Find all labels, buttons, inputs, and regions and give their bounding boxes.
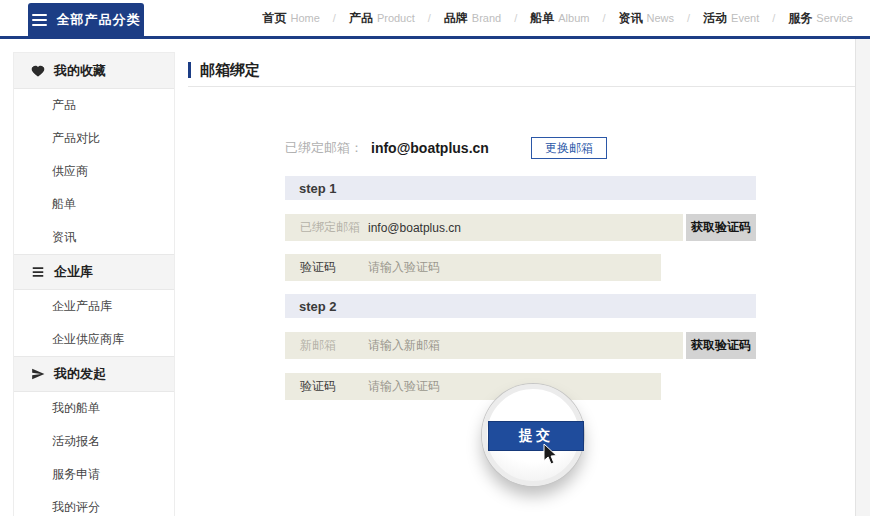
title-accent-bar: [188, 62, 191, 78]
step1-email-row: 已绑定邮箱 info@boatplus.cn 获取验证码: [285, 214, 756, 241]
nav-separator: /: [602, 12, 605, 24]
bound-email-value: info@boatplus.cn: [371, 140, 489, 156]
step2-email-label: 新邮箱: [300, 337, 368, 354]
list-icon: [31, 265, 45, 279]
sidebar-item-my-albums[interactable]: 我的船单: [14, 392, 174, 425]
sidebar: 我的收藏 产品 产品对比 供应商 船单 资讯 企业库 企业产品库 企业供应商库 …: [13, 52, 175, 516]
sidebar-section-favorites[interactable]: 我的收藏: [14, 53, 174, 89]
sidebar-item-news[interactable]: 资讯: [14, 221, 174, 254]
step2-code-row: 验证码 请输入验证码: [285, 373, 661, 400]
bound-email-row: 已绑定邮箱： info@boatplus.cn 更换邮箱: [285, 137, 756, 159]
step1-code-row: 验证码 请输入验证码: [285, 254, 661, 281]
nav-album-zh: 船单: [530, 10, 554, 27]
nav-brand-en: Brand: [472, 12, 501, 24]
sidebar-section-enterprise[interactable]: 企业库: [14, 254, 174, 290]
step1-header: step 1: [285, 176, 756, 200]
nav-event[interactable]: 活动 Event: [701, 10, 761, 27]
sidebar-item-suppliers[interactable]: 供应商: [14, 155, 174, 188]
nav-album[interactable]: 船单 Album: [528, 10, 591, 27]
all-categories-button[interactable]: 全部产品分类: [28, 3, 144, 36]
nav-separator: /: [514, 12, 517, 24]
step1-email-value: info@boatplus.cn: [368, 221, 461, 235]
submit-area: 提交: [285, 400, 756, 516]
step2-code-label: 验证码: [300, 378, 368, 395]
step1-code-input[interactable]: 验证码 请输入验证码: [285, 254, 661, 281]
nav-news[interactable]: 资讯 News: [617, 10, 677, 27]
heart-icon: [31, 64, 45, 78]
cursor-icon: [543, 444, 559, 470]
nav-product-en: Product: [377, 12, 415, 24]
sidebar-item-enterprise-suppliers[interactable]: 企业供应商库: [14, 323, 174, 356]
step2-email-placeholder: 请输入新邮箱: [368, 337, 440, 354]
nav-service-en: Service: [816, 12, 853, 24]
step2-header: step 2: [285, 294, 756, 318]
nav-separator: /: [428, 12, 431, 24]
sidebar-item-service-request[interactable]: 服务申请: [14, 458, 174, 491]
nav-separator: /: [333, 12, 336, 24]
top-bar: 全部产品分类 首页 Home / 产品 Product / 品牌 Brand /…: [0, 0, 870, 36]
sidebar-item-enterprise-products[interactable]: 企业产品库: [14, 290, 174, 323]
nav-brand[interactable]: 品牌 Brand: [442, 10, 503, 27]
sidebar-item-event-signup[interactable]: 活动报名: [14, 425, 174, 458]
step2-code-input[interactable]: 验证码 请输入验证码: [285, 373, 661, 400]
nav-home-en: Home: [290, 12, 319, 24]
sidebar-section-title: 我的发起: [54, 365, 106, 383]
nav-brand-zh: 品牌: [444, 10, 468, 27]
email-binding-form: 已绑定邮箱： info@boatplus.cn 更换邮箱 step 1 已绑定邮…: [285, 137, 756, 516]
step1-code-label: 验证码: [300, 259, 368, 276]
main-content: 邮箱绑定 已绑定邮箱： info@boatplus.cn 更换邮箱 step 1…: [188, 54, 855, 516]
sidebar-section-my-initiations[interactable]: 我的发起: [14, 356, 174, 392]
nav-product[interactable]: 产品 Product: [347, 10, 417, 27]
nav-event-zh: 活动: [703, 10, 727, 27]
all-categories-label: 全部产品分类: [57, 11, 141, 29]
page-title-row: 邮箱绑定: [188, 54, 855, 87]
step1-get-code-button[interactable]: 获取验证码: [686, 214, 756, 241]
step2-get-code-button[interactable]: 获取验证码: [686, 332, 756, 359]
step2-new-email-input[interactable]: 新邮箱 请输入新邮箱: [285, 332, 683, 359]
submit-button[interactable]: 提交: [488, 421, 584, 451]
top-nav: 首页 Home / 产品 Product / 品牌 Brand / 船单 Alb…: [260, 0, 855, 36]
step2-email-row: 新邮箱 请输入新邮箱 获取验证码: [285, 332, 756, 359]
send-icon: [31, 367, 45, 381]
sidebar-section-title: 我的收藏: [54, 62, 106, 80]
nav-album-en: Album: [558, 12, 589, 24]
header-divider-line: [0, 36, 870, 39]
bound-email-label: 已绑定邮箱：: [285, 139, 363, 157]
sidebar-item-products[interactable]: 产品: [14, 89, 174, 122]
nav-event-en: Event: [731, 12, 759, 24]
sidebar-item-product-compare[interactable]: 产品对比: [14, 122, 174, 155]
step1-bound-email-field[interactable]: 已绑定邮箱 info@boatplus.cn: [285, 214, 683, 241]
step2-code-placeholder: 请输入验证码: [368, 378, 440, 395]
nav-service[interactable]: 服务 Service: [786, 10, 855, 27]
nav-service-zh: 服务: [788, 10, 812, 27]
step1-email-label: 已绑定邮箱: [300, 219, 368, 236]
nav-home[interactable]: 首页 Home: [260, 10, 321, 27]
step1-code-placeholder: 请输入验证码: [368, 259, 440, 276]
nav-separator: /: [772, 12, 775, 24]
nav-separator: /: [687, 12, 690, 24]
page-right-gutter: [855, 39, 870, 516]
change-email-button[interactable]: 更换邮箱: [531, 137, 607, 159]
page-title: 邮箱绑定: [200, 61, 260, 80]
nav-product-zh: 产品: [349, 10, 373, 27]
nav-news-en: News: [647, 12, 675, 24]
sidebar-item-albums[interactable]: 船单: [14, 188, 174, 221]
nav-news-zh: 资讯: [619, 10, 643, 27]
nav-home-zh: 首页: [262, 10, 286, 27]
sidebar-item-my-ratings[interactable]: 我的评分: [14, 491, 174, 516]
hamburger-icon: [32, 14, 47, 26]
sidebar-section-title: 企业库: [54, 263, 93, 281]
